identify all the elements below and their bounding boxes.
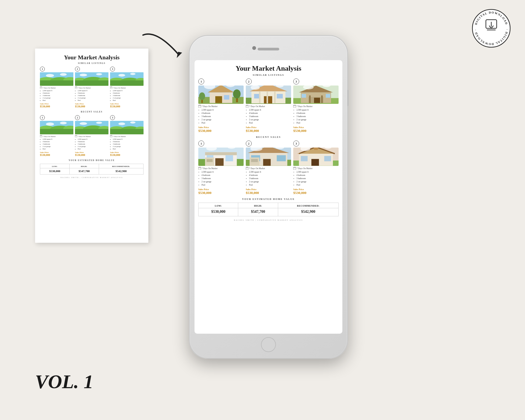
listing-card-2: 2 7 Days On Market 2,500 square ft4 bedr…	[75, 67, 108, 108]
phone-camera	[252, 46, 256, 50]
svg-point-67	[118, 122, 125, 125]
svg-rect-33	[110, 80, 144, 86]
svg-rect-129	[207, 159, 213, 162]
svg-rect-117	[293, 105, 296, 108]
phone-home-value-table: LOW: HIGH: RECOMMENDED: $530,000 $547,70…	[198, 203, 339, 216]
phone-recommended-value: $542,900	[278, 208, 338, 216]
svg-rect-111	[321, 95, 323, 103]
svg-rect-14	[40, 87, 42, 89]
phone-mockup: Your Market Analysis SIMILAR LISTINGS 1	[189, 35, 348, 359]
home-value-section: YOUR ESTIMATED HOME VALUE LOW: HIGH: REC…	[40, 159, 144, 175]
recent-img-3	[110, 121, 144, 134]
svg-rect-58	[75, 135, 77, 137]
phone-low-label: LOW:	[199, 203, 238, 208]
digital-download-badge: DIGITAL DOWNLOAD · DIGITAL DOWNLOAD ·	[471, 8, 512, 49]
phone-recent-1: 1	[198, 141, 244, 195]
svg-rect-36	[110, 87, 112, 89]
phone-home-button	[261, 337, 276, 352]
phone-footer: RACHEL SMITH | COMPARATIVE MARKET ANALYS…	[198, 219, 339, 221]
svg-rect-163	[293, 167, 296, 170]
phone-listing-3: 3	[293, 78, 339, 133]
recent-card-3: 3 7 Days On Market 2,500 square ft4 bedr…	[110, 115, 144, 156]
listing-img-2	[75, 72, 108, 86]
svg-rect-126	[226, 155, 233, 161]
recent-img-1	[40, 121, 73, 134]
listing-number-1: 1	[40, 67, 45, 71]
recent-img-2	[75, 121, 108, 134]
phone-speaker	[258, 48, 279, 50]
listing-card-1: 1 7 Days On Market 2,500 square ft	[40, 67, 73, 108]
listing-img-3	[110, 72, 144, 86]
phone-high-label: HIGH:	[238, 203, 278, 208]
svg-rect-110	[309, 95, 311, 103]
svg-rect-11	[40, 80, 73, 86]
phone-recent-2: 2	[246, 141, 291, 195]
svg-rect-25	[75, 87, 77, 89]
svg-point-23	[80, 74, 87, 76]
svg-point-68	[130, 121, 135, 124]
svg-rect-125	[215, 158, 224, 166]
svg-rect-144	[251, 159, 258, 162]
recent-sales-grid: 1 7 Days On Market 2,500 square ft4 bedr…	[40, 115, 144, 156]
svg-rect-85	[198, 105, 201, 108]
listing-features-1: 2,500 square ft4 bedroom3 bathroom2 car …	[40, 90, 73, 102]
svg-rect-95	[277, 94, 283, 98]
svg-rect-55	[75, 129, 108, 134]
low-label: LOW:	[40, 164, 70, 168]
phone-recent-label: RECENT SALES	[198, 136, 339, 138]
svg-point-12	[46, 74, 54, 77]
vol-label: VOL. 1	[35, 371, 93, 393]
recommended-value: $542,900	[99, 168, 143, 175]
phone-recent-img-1	[198, 148, 244, 166]
svg-point-34	[118, 74, 125, 77]
svg-point-80	[233, 89, 241, 98]
svg-rect-66	[110, 129, 144, 134]
svg-rect-147	[246, 167, 248, 170]
phone-recent-3: 3	[293, 141, 339, 195]
phone-recommended-label: RECOMMENDED:	[278, 203, 338, 208]
low-value: $530,000	[40, 168, 70, 175]
recommended-label: RECOMMENDED:	[99, 164, 143, 168]
home-value-label: YOUR ESTIMATED HOME VALUE	[40, 159, 144, 162]
similar-listings-grid: 1 7 Days On Market 2,500 square ft	[40, 67, 144, 108]
listing-features-2: 2,500 square ft4 bedroom3 bathroom2 car …	[75, 90, 108, 102]
svg-rect-69	[110, 135, 112, 137]
svg-rect-124	[205, 152, 237, 155]
phone-recent-img-2	[246, 148, 291, 166]
phone-outer: Your Market Analysis SIMILAR LISTINGS 1	[189, 35, 348, 359]
svg-rect-114	[326, 94, 330, 98]
high-value: $547,700	[69, 168, 99, 175]
svg-point-57	[96, 122, 102, 124]
listing-features-3: 2,500 square ft4 bedroom3 bathroom2 car …	[110, 90, 144, 102]
phone-similar-grid: 1	[198, 78, 339, 133]
listing-number-2: 2	[75, 67, 80, 71]
phone-listing-2: 2	[246, 78, 291, 133]
svg-point-35	[130, 73, 135, 75]
svg-point-56	[80, 122, 87, 125]
phone-home-value-label: YOUR ESTIMATED HOME VALUE	[198, 198, 339, 200]
recent-card-1: 1 7 Days On Market 2,500 square ft4 bedr…	[40, 115, 73, 156]
svg-point-45	[46, 122, 54, 126]
similar-listings-label: SIMILAR LISTINGS	[40, 62, 144, 64]
phone-side-button	[347, 90, 349, 106]
days-on-market-2: 7 Days On Market	[75, 87, 108, 89]
paper-footer: RACHEL SMITH | COMPARATIVE MARKET ANALYS…	[40, 177, 144, 178]
phone-img-3	[293, 86, 339, 104]
home-value-table: LOW: HIGH: RECOMMENDED: $530,000 $547,70…	[40, 164, 144, 175]
svg-rect-77	[215, 96, 222, 103]
phone-similar-label: SIMILAR LISTINGS	[198, 74, 339, 76]
svg-rect-157	[311, 159, 319, 166]
svg-rect-112	[314, 98, 320, 103]
listing-img-1	[40, 72, 73, 86]
svg-rect-97	[267, 91, 268, 103]
phone-recent-img-3	[293, 148, 339, 166]
svg-point-24	[96, 73, 102, 75]
phone-doc-title: Your Market Analysis	[198, 64, 339, 73]
svg-point-46	[60, 122, 67, 124]
svg-rect-113	[302, 94, 306, 98]
svg-rect-22	[75, 80, 108, 86]
svg-point-82	[199, 93, 205, 100]
svg-rect-158	[301, 156, 308, 161]
recent-sales-label: RECENT SALES	[40, 111, 144, 113]
phone-low-value: $530,000	[199, 208, 238, 216]
